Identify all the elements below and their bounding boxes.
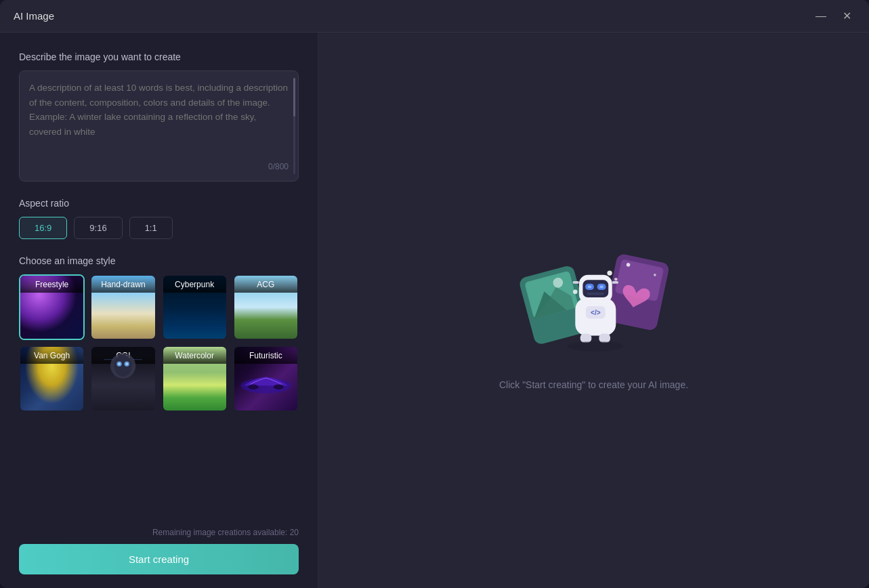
title-bar: AI Image — ✕ [0,0,869,33]
style-name-acg: ACG [234,276,297,293]
right-panel: </> Click "Start creating" to create you… [318,33,869,588]
svg-point-36 [573,290,577,294]
ai-illustration: </> [513,230,675,366]
style-thumbnail-watercolor: Watercolor [163,347,226,410]
style-item-watercolor[interactable]: Watercolor [162,345,228,411]
svg-rect-27 [587,293,603,295]
style-section: Choose an image style Freestyle Hand-dra… [19,255,299,517]
minimize-button[interactable]: — [811,7,830,25]
style-item-vangogh[interactable]: Van Gogh [19,345,85,411]
ar-btn-1-1[interactable]: 1:1 [129,217,173,239]
style-item-handdrawn[interactable]: Hand-drawn [90,274,156,340]
bottom-section: Remaining image creations available: 20 … [19,517,299,574]
close-button[interactable]: ✕ [839,7,855,25]
svg-rect-29 [612,281,618,284]
left-panel: Describe the image you want to create 0/… [0,33,318,588]
svg-point-5 [126,363,129,366]
start-creating-button[interactable]: Start creating [19,544,299,574]
style-item-cyberpunk[interactable]: Cyberpunk [162,274,228,340]
app-window: AI Image — ✕ Describe the image you want… [0,0,869,588]
style-name-handdrawn: Hand-drawn [91,276,154,293]
style-name-cyberpunk: Cyberpunk [163,276,226,293]
svg-rect-32 [580,334,591,343]
style-item-acg[interactable]: ACG [233,274,299,340]
cgi-svg [91,347,154,394]
svg-text:</>: </> [590,309,600,316]
futuristic-svg [234,360,297,398]
hint-text: Click "Start creating" to create your AI… [499,379,688,390]
style-thumbnail-vangogh: Van Gogh [20,347,83,410]
svg-rect-33 [599,334,610,343]
char-count: 0/800 [29,162,289,171]
style-thumbnail-cyberpunk: Cyberpunk [163,276,226,339]
ar-btn-9-16[interactable]: 9:16 [74,217,122,239]
style-label: Choose an image style [19,255,299,266]
style-name-watercolor: Watercolor [163,347,226,364]
ar-btn-16-9[interactable]: 16:9 [19,217,67,239]
svg-point-10 [274,385,284,390]
svg-rect-28 [572,281,578,284]
window-title: AI Image [14,10,54,22]
scrollbar-indicator [293,78,295,174]
description-label: Describe the image you want to create [19,51,299,62]
svg-point-1 [114,355,132,377]
main-content: Describe the image you want to create 0/… [0,33,869,588]
style-item-futuristic[interactable]: Futuristic [233,345,299,411]
title-bar-controls: — ✕ [811,7,855,25]
style-item-freestyle[interactable]: Freestyle [19,274,85,340]
description-textarea[interactable] [29,81,289,155]
svg-point-9 [248,385,258,390]
style-grid: Freestyle Hand-drawn Cyberpunk [19,274,299,412]
svg-point-4 [118,363,121,366]
style-name-vangogh: Van Gogh [20,347,83,364]
svg-point-34 [607,270,612,275]
style-name-freestyle: Freestyle [20,276,83,293]
svg-rect-25 [587,286,591,289]
illustration-svg: </> [513,227,675,369]
aspect-ratio-label: Aspect ratio [19,198,299,209]
style-item-cgi[interactable]: CGI [90,345,156,411]
scrollbar-thumb [293,78,295,117]
textarea-wrapper: 0/800 [19,70,299,182]
svg-point-37 [567,341,623,352]
svg-rect-26 [599,286,603,289]
style-thumbnail-freestyle: Freestyle [20,276,83,339]
style-thumbnail-handdrawn: Hand-drawn [91,276,154,339]
style-thumbnail-acg: ACG [234,276,297,339]
style-thumbnail-futuristic: Futuristic [234,347,297,410]
remaining-text: Remaining image creations available: 20 [19,528,299,537]
style-thumbnail-cgi: CGI [91,347,154,410]
svg-point-35 [614,278,618,281]
aspect-ratio-section: Aspect ratio 16:9 9:16 1:1 [19,198,299,239]
aspect-ratio-buttons: 16:9 9:16 1:1 [19,217,299,239]
